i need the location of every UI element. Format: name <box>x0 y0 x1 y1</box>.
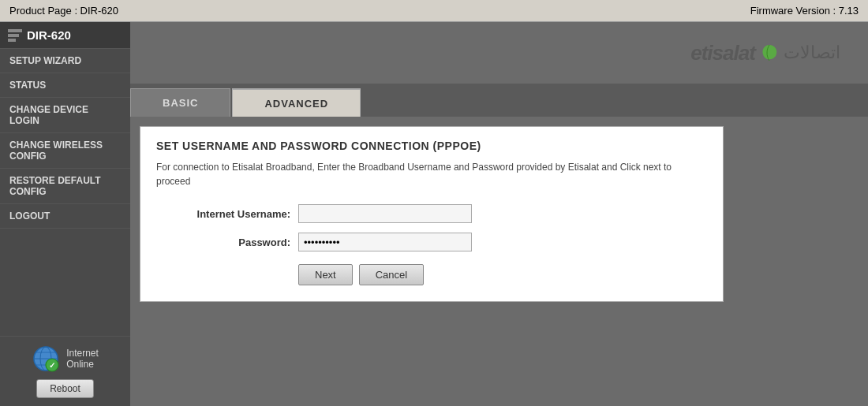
product-label: Product Page : DIR-620 <box>9 5 118 17</box>
etisalat-logo: etisalat اتصالات <box>690 41 840 65</box>
password-label: Password: <box>156 237 298 248</box>
main-panel: SET USERNAME AND PASSWORD CONNECTION (PP… <box>130 117 868 406</box>
sidebar-item-logout[interactable]: Logout <box>0 204 130 229</box>
etisalat-en-text: etisalat <box>690 41 755 65</box>
etisalat-logo-area: etisalat اتصالات <box>663 22 868 84</box>
form-title: SET USERNAME AND PASSWORD CONNECTION (PP… <box>156 140 707 152</box>
cancel-button[interactable]: Cancel <box>359 264 424 285</box>
logo-bar-2 <box>8 34 19 37</box>
sidebar-logo-text: DIR-620 <box>27 28 71 42</box>
sidebar-logo: DIR-620 <box>0 22 130 49</box>
password-input[interactable] <box>298 233 472 251</box>
online-label: Online <box>66 359 99 370</box>
sidebar: DIR-620 SETUP WIZARD STATUS CHANGE DEVIC… <box>0 22 130 406</box>
sidebar-item-status[interactable]: STATUS <box>0 73 130 98</box>
logo-bar-3 <box>8 39 16 42</box>
username-row: Internet Username: <box>156 204 707 223</box>
status-text-group: Internet Online <box>66 348 99 370</box>
next-button[interactable]: Next <box>298 264 353 285</box>
password-row: Password: <box>156 233 707 251</box>
etisalat-leaf-icon <box>758 42 780 64</box>
tab-advanced[interactable]: ADVANCED <box>232 88 361 117</box>
sidebar-item-restore-default-config[interactable]: RESTORE DEFAULT CONFIG <box>0 169 130 204</box>
internet-label: Internet <box>66 348 99 359</box>
svg-text:✓: ✓ <box>49 361 55 370</box>
button-row: Next Cancel <box>298 264 707 285</box>
sidebar-bottom: ✓ Internet Online Reboot <box>0 336 130 406</box>
reboot-button[interactable]: Reboot <box>36 379 94 398</box>
username-input[interactable] <box>298 204 472 223</box>
tab-basic[interactable]: BASIC <box>130 88 230 117</box>
form-panel: SET USERNAME AND PASSWORD CONNECTION (PP… <box>140 126 724 302</box>
tab-bar: BASIC ADVANCED <box>130 84 868 117</box>
logo-bars-icon <box>8 29 22 42</box>
form-description: For connection to Etisalat Broadband, En… <box>156 160 707 188</box>
etisalat-ar-text: اتصالات <box>784 43 840 63</box>
globe-icon: ✓ <box>32 345 60 373</box>
internet-status: ✓ Internet Online <box>32 345 99 373</box>
sidebar-item-change-device-login[interactable]: CHANGE DEVICE LOGIN <box>0 98 130 133</box>
sidebar-nav: SETUP WIZARD STATUS CHANGE DEVICE LOGIN … <box>0 49 130 336</box>
top-bar: Product Page : DIR-620 Firmware Version … <box>0 0 868 22</box>
sidebar-item-change-wireless-config[interactable]: CHANGE WIRELESS CONFIG <box>0 133 130 169</box>
sidebar-item-setup-wizard[interactable]: SETUP WIZARD <box>0 49 130 73</box>
username-label: Internet Username: <box>156 208 298 220</box>
logo-bar-1 <box>8 29 22 32</box>
firmware-label: Firmware Version : 7.13 <box>750 5 859 17</box>
content-area: etisalat اتصالات BASIC ADVANCED <box>130 22 868 406</box>
